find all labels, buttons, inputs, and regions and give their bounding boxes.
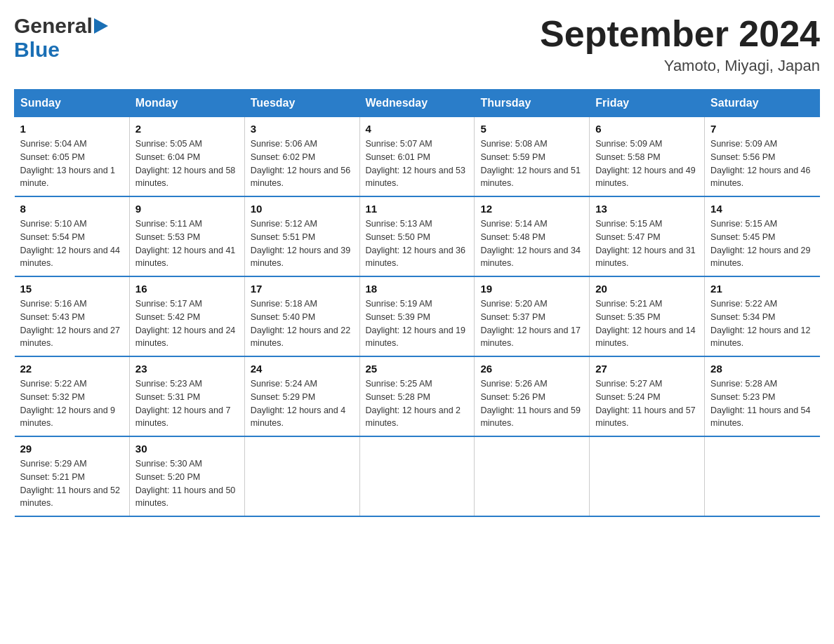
day-info: Sunrise: 5:15 AMSunset: 5:47 PMDaylight:… — [595, 217, 699, 270]
calendar-cell: 10 Sunrise: 5:12 AMSunset: 5:51 PMDaylig… — [244, 196, 359, 276]
day-number: 23 — [135, 363, 239, 375]
day-info: Sunrise: 5:24 AMSunset: 5:29 PMDaylight:… — [251, 377, 354, 430]
calendar-cell: 25 Sunrise: 5:25 AMSunset: 5:28 PMDaylig… — [359, 356, 475, 436]
day-number: 30 — [135, 443, 239, 455]
calendar-cell: 8 Sunrise: 5:10 AMSunset: 5:54 PMDayligh… — [15, 196, 130, 276]
weekday-tuesday: Tuesday — [244, 90, 359, 117]
day-info: Sunrise: 5:10 AMSunset: 5:54 PMDaylight:… — [20, 217, 124, 270]
day-number: 7 — [710, 123, 814, 135]
day-number: 15 — [20, 283, 124, 295]
day-number: 13 — [595, 203, 699, 215]
day-number: 21 — [710, 283, 814, 295]
calendar-cell: 16 Sunrise: 5:17 AMSunset: 5:42 PMDaylig… — [129, 276, 244, 356]
calendar-cell: 26 Sunrise: 5:26 AMSunset: 5:26 PMDaylig… — [475, 356, 590, 436]
calendar-cell: 2 Sunrise: 5:05 AMSunset: 6:04 PMDayligh… — [129, 117, 244, 197]
day-info: Sunrise: 5:07 AMSunset: 6:01 PMDaylight:… — [366, 137, 469, 190]
day-number: 24 — [251, 363, 354, 375]
calendar-cell: 22 Sunrise: 5:22 AMSunset: 5:32 PMDaylig… — [15, 356, 130, 436]
day-number: 11 — [366, 203, 469, 215]
day-info: Sunrise: 5:19 AMSunset: 5:39 PMDaylight:… — [366, 297, 469, 350]
day-info: Sunrise: 5:13 AMSunset: 5:50 PMDaylight:… — [366, 217, 469, 270]
calendar-cell: 30 Sunrise: 5:30 AMSunset: 5:20 PMDaylig… — [129, 436, 244, 516]
calendar-header: Sunday Monday Tuesday Wednesday Thursday… — [15, 90, 820, 117]
calendar-cell: 4 Sunrise: 5:07 AMSunset: 6:01 PMDayligh… — [359, 117, 475, 197]
day-info: Sunrise: 5:16 AMSunset: 5:43 PMDaylight:… — [20, 297, 124, 350]
day-info: Sunrise: 5:14 AMSunset: 5:48 PMDaylight:… — [480, 217, 583, 270]
day-info: Sunrise: 5:18 AMSunset: 5:40 PMDaylight:… — [251, 297, 354, 350]
calendar-cell — [475, 436, 590, 516]
weekday-sunday: Sunday — [15, 90, 130, 117]
day-number: 4 — [366, 123, 469, 135]
calendar-cell: 9 Sunrise: 5:11 AMSunset: 5:53 PMDayligh… — [129, 196, 244, 276]
day-number: 16 — [135, 283, 239, 295]
calendar-cell: 5 Sunrise: 5:08 AMSunset: 5:59 PMDayligh… — [475, 117, 590, 197]
day-info: Sunrise: 5:28 AMSunset: 5:23 PMDaylight:… — [710, 377, 814, 430]
day-info: Sunrise: 5:08 AMSunset: 5:59 PMDaylight:… — [480, 137, 583, 190]
weekday-friday: Friday — [590, 90, 705, 117]
calendar-cell: 28 Sunrise: 5:28 AMSunset: 5:23 PMDaylig… — [705, 356, 820, 436]
day-number: 18 — [366, 283, 469, 295]
day-number: 1 — [20, 123, 124, 135]
day-info: Sunrise: 5:11 AMSunset: 5:53 PMDaylight:… — [135, 217, 239, 270]
day-info: Sunrise: 5:05 AMSunset: 6:04 PMDaylight:… — [135, 137, 239, 190]
day-number: 22 — [20, 363, 124, 375]
day-info: Sunrise: 5:09 AMSunset: 5:58 PMDaylight:… — [595, 137, 699, 190]
calendar-cell: 1 Sunrise: 5:04 AMSunset: 6:05 PMDayligh… — [15, 117, 130, 197]
day-number: 3 — [251, 123, 354, 135]
calendar-cell: 12 Sunrise: 5:14 AMSunset: 5:48 PMDaylig… — [475, 196, 590, 276]
calendar-cell: 17 Sunrise: 5:18 AMSunset: 5:40 PMDaylig… — [244, 276, 359, 356]
calendar-cell: 24 Sunrise: 5:24 AMSunset: 5:29 PMDaylig… — [244, 356, 359, 436]
day-info: Sunrise: 5:09 AMSunset: 5:56 PMDaylight:… — [710, 137, 814, 190]
title-section: September 2024 Yamoto, Miyagi, Japan — [540, 14, 820, 75]
day-info: Sunrise: 5:25 AMSunset: 5:28 PMDaylight:… — [366, 377, 469, 430]
day-number: 6 — [595, 123, 699, 135]
day-info: Sunrise: 5:04 AMSunset: 6:05 PMDaylight:… — [20, 137, 124, 190]
day-number: 9 — [135, 203, 239, 215]
day-info: Sunrise: 5:20 AMSunset: 5:37 PMDaylight:… — [480, 297, 583, 350]
day-number: 12 — [480, 203, 583, 215]
day-info: Sunrise: 5:15 AMSunset: 5:45 PMDaylight:… — [710, 217, 814, 270]
calendar-cell: 19 Sunrise: 5:20 AMSunset: 5:37 PMDaylig… — [475, 276, 590, 356]
day-number: 2 — [135, 123, 239, 135]
day-info: Sunrise: 5:21 AMSunset: 5:35 PMDaylight:… — [595, 297, 699, 350]
day-number: 14 — [710, 203, 814, 215]
day-info: Sunrise: 5:06 AMSunset: 6:02 PMDaylight:… — [251, 137, 354, 190]
day-number: 10 — [251, 203, 354, 215]
day-info: Sunrise: 5:27 AMSunset: 5:24 PMDaylight:… — [595, 377, 699, 430]
weekday-wednesday: Wednesday — [359, 90, 475, 117]
day-number: 17 — [251, 283, 354, 295]
page-header: General Blue September 2024 Yamoto, Miya… — [14, 14, 820, 75]
calendar-cell: 29 Sunrise: 5:29 AMSunset: 5:21 PMDaylig… — [15, 436, 130, 516]
calendar-cell — [590, 436, 705, 516]
weekday-thursday: Thursday — [475, 90, 590, 117]
day-number: 20 — [595, 283, 699, 295]
day-info: Sunrise: 5:22 AMSunset: 5:34 PMDaylight:… — [710, 297, 814, 350]
logo-general-text: General — [14, 14, 93, 38]
weekday-saturday: Saturday — [705, 90, 820, 117]
day-info: Sunrise: 5:23 AMSunset: 5:31 PMDaylight:… — [135, 377, 239, 430]
day-number: 29 — [20, 443, 124, 455]
calendar-cell: 6 Sunrise: 5:09 AMSunset: 5:58 PMDayligh… — [590, 117, 705, 197]
calendar-cell — [359, 436, 475, 516]
logo-arrow-icon — [94, 18, 108, 36]
calendar-cell — [244, 436, 359, 516]
day-info: Sunrise: 5:26 AMSunset: 5:26 PMDaylight:… — [480, 377, 583, 430]
calendar-subtitle: Yamoto, Miyagi, Japan — [540, 57, 820, 75]
calendar-cell: 23 Sunrise: 5:23 AMSunset: 5:31 PMDaylig… — [129, 356, 244, 436]
day-info: Sunrise: 5:29 AMSunset: 5:21 PMDaylight:… — [20, 457, 124, 510]
day-number: 28 — [710, 363, 814, 375]
calendar-cell: 11 Sunrise: 5:13 AMSunset: 5:50 PMDaylig… — [359, 196, 475, 276]
day-number: 27 — [595, 363, 699, 375]
day-number: 25 — [366, 363, 469, 375]
day-number: 19 — [480, 283, 583, 295]
day-number: 5 — [480, 123, 583, 135]
logo-blue-text: Blue — [14, 38, 60, 61]
calendar-cell: 20 Sunrise: 5:21 AMSunset: 5:35 PMDaylig… — [590, 276, 705, 356]
calendar-cell: 18 Sunrise: 5:19 AMSunset: 5:39 PMDaylig… — [359, 276, 475, 356]
calendar-cell: 21 Sunrise: 5:22 AMSunset: 5:34 PMDaylig… — [705, 276, 820, 356]
day-number: 26 — [480, 363, 583, 375]
calendar-cell: 14 Sunrise: 5:15 AMSunset: 5:45 PMDaylig… — [705, 196, 820, 276]
day-info: Sunrise: 5:30 AMSunset: 5:20 PMDaylight:… — [135, 457, 239, 510]
day-number: 8 — [20, 203, 124, 215]
calendar-body: 1 Sunrise: 5:04 AMSunset: 6:05 PMDayligh… — [15, 117, 820, 517]
